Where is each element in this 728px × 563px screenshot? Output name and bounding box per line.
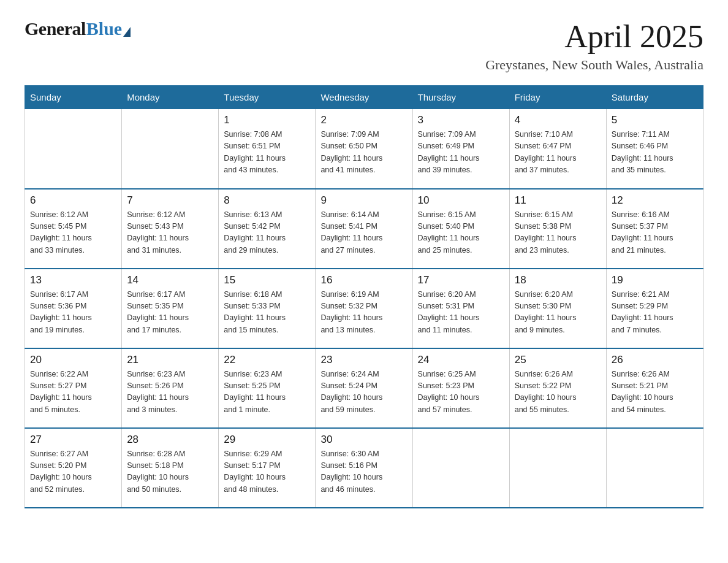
month-title: April 2025 [485, 18, 703, 55]
day-number: 16 [320, 274, 407, 286]
day-info: Sunrise: 6:12 AM Sunset: 5:45 PM Dayligh… [30, 209, 116, 257]
day-info: Sunrise: 6:12 AM Sunset: 5:43 PM Dayligh… [127, 209, 213, 257]
day-number: 8 [224, 194, 310, 207]
calendar-cell [412, 428, 509, 508]
calendar-week-row: 6Sunrise: 6:12 AM Sunset: 5:45 PM Daylig… [25, 189, 703, 269]
logo: General Blue [25, 18, 131, 39]
calendar-table: SundayMondayTuesdayWednesdayThursdayFrid… [25, 85, 703, 508]
calendar-cell: 6Sunrise: 6:12 AM Sunset: 5:45 PM Daylig… [25, 189, 122, 269]
calendar-week-row: 1Sunrise: 7:08 AM Sunset: 6:51 PM Daylig… [25, 109, 703, 189]
day-number: 14 [127, 274, 213, 286]
calendar-cell [606, 428, 703, 508]
weekday-header-monday: Monday [122, 86, 219, 109]
day-number: 15 [224, 274, 310, 286]
day-info: Sunrise: 6:22 AM Sunset: 5:27 PM Dayligh… [30, 369, 116, 416]
weekday-header-thursday: Thursday [412, 86, 509, 109]
calendar-cell: 29Sunrise: 6:29 AM Sunset: 5:17 PM Dayli… [219, 428, 316, 508]
day-info: Sunrise: 6:13 AM Sunset: 5:42 PM Dayligh… [224, 209, 310, 257]
day-info: Sunrise: 6:29 AM Sunset: 5:17 PM Dayligh… [224, 448, 310, 496]
day-info: Sunrise: 6:27 AM Sunset: 5:20 PM Dayligh… [30, 448, 116, 496]
calendar-cell: 28Sunrise: 6:28 AM Sunset: 5:18 PM Dayli… [122, 428, 219, 508]
day-number: 21 [127, 354, 213, 366]
day-info: Sunrise: 7:09 AM Sunset: 6:50 PM Dayligh… [320, 129, 407, 177]
day-info: Sunrise: 6:20 AM Sunset: 5:31 PM Dayligh… [418, 289, 504, 337]
calendar-cell: 7Sunrise: 6:12 AM Sunset: 5:43 PM Daylig… [122, 189, 219, 269]
calendar-cell: 26Sunrise: 6:26 AM Sunset: 5:21 PM Dayli… [606, 348, 703, 428]
day-number: 28 [127, 434, 213, 446]
calendar-cell [122, 109, 219, 189]
calendar-cell: 4Sunrise: 7:10 AM Sunset: 6:47 PM Daylig… [509, 109, 606, 189]
calendar-cell: 18Sunrise: 6:20 AM Sunset: 5:30 PM Dayli… [509, 269, 606, 348]
day-number: 29 [224, 434, 310, 446]
calendar-cell: 27Sunrise: 6:27 AM Sunset: 5:20 PM Dayli… [25, 428, 122, 508]
day-info: Sunrise: 6:17 AM Sunset: 5:35 PM Dayligh… [127, 289, 213, 337]
weekday-header-sunday: Sunday [25, 86, 122, 109]
calendar-cell: 25Sunrise: 6:26 AM Sunset: 5:22 PM Dayli… [509, 348, 606, 428]
day-info: Sunrise: 6:16 AM Sunset: 5:37 PM Dayligh… [612, 209, 698, 257]
day-number: 25 [515, 354, 601, 366]
day-number: 9 [320, 194, 407, 207]
day-info: Sunrise: 6:17 AM Sunset: 5:36 PM Dayligh… [30, 289, 116, 337]
day-number: 24 [418, 354, 504, 366]
day-info: Sunrise: 6:30 AM Sunset: 5:16 PM Dayligh… [320, 448, 407, 496]
logo-blue-block: Blue [86, 18, 131, 39]
calendar-cell: 21Sunrise: 6:23 AM Sunset: 5:26 PM Dayli… [122, 348, 219, 428]
calendar-week-row: 27Sunrise: 6:27 AM Sunset: 5:20 PM Dayli… [25, 428, 703, 508]
day-number: 12 [612, 194, 698, 207]
day-number: 6 [30, 194, 116, 207]
calendar-cell: 9Sunrise: 6:14 AM Sunset: 5:41 PM Daylig… [316, 189, 412, 269]
logo-triangle-icon [123, 27, 131, 37]
weekday-header-tuesday: Tuesday [219, 86, 316, 109]
day-number: 4 [515, 114, 601, 126]
day-info: Sunrise: 6:26 AM Sunset: 5:22 PM Dayligh… [515, 369, 601, 416]
calendar-cell: 19Sunrise: 6:21 AM Sunset: 5:29 PM Dayli… [606, 269, 703, 348]
day-number: 18 [515, 274, 601, 286]
calendar-cell: 11Sunrise: 6:15 AM Sunset: 5:38 PM Dayli… [509, 189, 606, 269]
day-info: Sunrise: 7:09 AM Sunset: 6:49 PM Dayligh… [418, 129, 504, 177]
calendar-cell [25, 109, 122, 189]
day-number: 22 [224, 354, 310, 366]
calendar-week-row: 20Sunrise: 6:22 AM Sunset: 5:27 PM Dayli… [25, 348, 703, 428]
day-info: Sunrise: 6:24 AM Sunset: 5:24 PM Dayligh… [320, 369, 407, 416]
day-number: 26 [612, 354, 698, 366]
calendar-cell: 17Sunrise: 6:20 AM Sunset: 5:31 PM Dayli… [412, 269, 509, 348]
calendar-cell: 20Sunrise: 6:22 AM Sunset: 5:27 PM Dayli… [25, 348, 122, 428]
calendar-cell: 2Sunrise: 7:09 AM Sunset: 6:50 PM Daylig… [316, 109, 412, 189]
day-info: Sunrise: 7:10 AM Sunset: 6:47 PM Dayligh… [515, 129, 601, 177]
calendar-cell [509, 428, 606, 508]
day-number: 3 [418, 114, 504, 126]
day-number: 17 [418, 274, 504, 286]
page-header: General Blue April 2025 Greystanes, New … [25, 18, 703, 73]
day-number: 19 [612, 274, 698, 286]
calendar-header-row: SundayMondayTuesdayWednesdayThursdayFrid… [25, 86, 703, 109]
calendar-cell: 13Sunrise: 6:17 AM Sunset: 5:36 PM Dayli… [25, 269, 122, 348]
location-title: Greystanes, New South Wales, Australia [485, 57, 703, 73]
calendar-cell: 24Sunrise: 6:25 AM Sunset: 5:23 PM Dayli… [412, 348, 509, 428]
day-info: Sunrise: 6:23 AM Sunset: 5:25 PM Dayligh… [224, 369, 310, 416]
day-info: Sunrise: 7:11 AM Sunset: 6:46 PM Dayligh… [612, 129, 698, 177]
day-number: 11 [515, 194, 601, 207]
day-number: 20 [30, 354, 116, 366]
day-info: Sunrise: 6:15 AM Sunset: 5:40 PM Dayligh… [418, 209, 504, 257]
day-info: Sunrise: 6:21 AM Sunset: 5:29 PM Dayligh… [612, 289, 698, 337]
calendar-cell: 30Sunrise: 6:30 AM Sunset: 5:16 PM Dayli… [316, 428, 412, 508]
day-info: Sunrise: 6:28 AM Sunset: 5:18 PM Dayligh… [127, 448, 213, 496]
calendar-cell: 12Sunrise: 6:16 AM Sunset: 5:37 PM Dayli… [606, 189, 703, 269]
day-number: 1 [224, 114, 310, 126]
day-info: Sunrise: 6:23 AM Sunset: 5:26 PM Dayligh… [127, 369, 213, 416]
calendar-cell: 5Sunrise: 7:11 AM Sunset: 6:46 PM Daylig… [606, 109, 703, 189]
day-number: 7 [127, 194, 213, 207]
day-info: Sunrise: 7:08 AM Sunset: 6:51 PM Dayligh… [224, 129, 310, 177]
calendar-cell: 10Sunrise: 6:15 AM Sunset: 5:40 PM Dayli… [412, 189, 509, 269]
day-number: 13 [30, 274, 116, 286]
calendar-week-row: 13Sunrise: 6:17 AM Sunset: 5:36 PM Dayli… [25, 269, 703, 348]
day-info: Sunrise: 6:25 AM Sunset: 5:23 PM Dayligh… [418, 369, 504, 416]
day-info: Sunrise: 6:14 AM Sunset: 5:41 PM Dayligh… [320, 209, 407, 257]
calendar-cell: 23Sunrise: 6:24 AM Sunset: 5:24 PM Dayli… [316, 348, 412, 428]
weekday-header-friday: Friday [509, 86, 606, 109]
calendar-cell: 15Sunrise: 6:18 AM Sunset: 5:33 PM Dayli… [219, 269, 316, 348]
day-number: 10 [418, 194, 504, 207]
calendar-cell: 1Sunrise: 7:08 AM Sunset: 6:51 PM Daylig… [219, 109, 316, 189]
day-info: Sunrise: 6:19 AM Sunset: 5:32 PM Dayligh… [320, 289, 407, 337]
logo-general-text: General [25, 18, 86, 39]
